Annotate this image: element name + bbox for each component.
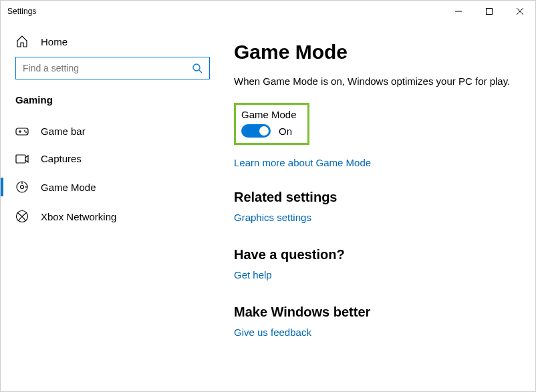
page-title: Game Mode <box>234 41 515 63</box>
sidebar-item-label: Captures <box>41 153 82 164</box>
highlight-box: Game Mode On <box>234 103 309 145</box>
sidebar: Home Gaming Game bar Captures <box>1 22 225 391</box>
sidebar-item-label: Xbox Networking <box>41 211 116 222</box>
toggle-label: Game Mode <box>241 109 297 120</box>
page-description: When Game Mode is on, Windows optimizes … <box>234 75 515 87</box>
svg-line-5 <box>199 70 202 73</box>
search-box[interactable] <box>15 57 210 79</box>
search-input[interactable] <box>23 63 192 73</box>
toggle-state-text: On <box>279 126 292 137</box>
content-pane: Game Mode When Game Mode is on, Windows … <box>225 22 535 391</box>
window-controls <box>443 1 535 22</box>
get-help-link[interactable]: Get help <box>234 269 515 280</box>
svg-point-13 <box>21 186 24 189</box>
close-button[interactable] <box>505 1 535 22</box>
feedback-link[interactable]: Give us feedback <box>234 327 515 338</box>
sidebar-item-label: Game bar <box>41 126 86 137</box>
svg-rect-6 <box>16 128 28 135</box>
gamemode-icon <box>15 180 29 194</box>
titlebar: Settings <box>1 1 535 22</box>
search-icon <box>192 63 203 73</box>
window-title: Settings <box>7 7 36 16</box>
learn-more-link[interactable]: Learn more about Game Mode <box>234 157 515 168</box>
svg-point-10 <box>25 132 27 133</box>
related-settings-heading: Related settings <box>234 190 515 205</box>
sidebar-item-label: Game Mode <box>41 182 96 193</box>
minimize-button[interactable] <box>443 1 474 22</box>
captures-icon <box>15 154 29 164</box>
home-icon <box>15 35 29 47</box>
gamebar-icon <box>15 126 29 137</box>
nav-list: Game bar Captures Game Mode Xbox Network… <box>1 118 225 231</box>
sidebar-item-game-mode[interactable]: Game Mode <box>1 172 225 202</box>
toggle-row: On <box>241 124 297 138</box>
svg-point-4 <box>193 64 200 71</box>
graphics-settings-link[interactable]: Graphics settings <box>234 212 515 223</box>
main-area: Home Gaming Game bar Captures <box>1 22 535 391</box>
home-nav[interactable]: Home <box>1 30 225 57</box>
svg-rect-11 <box>16 155 25 163</box>
have-question-heading: Have a question? <box>234 247 515 262</box>
game-mode-toggle[interactable] <box>241 124 271 138</box>
svg-rect-1 <box>487 9 493 15</box>
sidebar-item-game-bar[interactable]: Game bar <box>1 118 225 145</box>
xbox-icon <box>15 210 29 223</box>
svg-point-9 <box>24 130 25 132</box>
make-windows-better-heading: Make Windows better <box>234 305 515 320</box>
section-heading: Gaming <box>1 94 225 118</box>
sidebar-item-captures[interactable]: Captures <box>1 145 225 172</box>
home-label: Home <box>41 36 68 47</box>
maximize-button[interactable] <box>474 1 505 22</box>
sidebar-item-xbox-networking[interactable]: Xbox Networking <box>1 202 225 231</box>
